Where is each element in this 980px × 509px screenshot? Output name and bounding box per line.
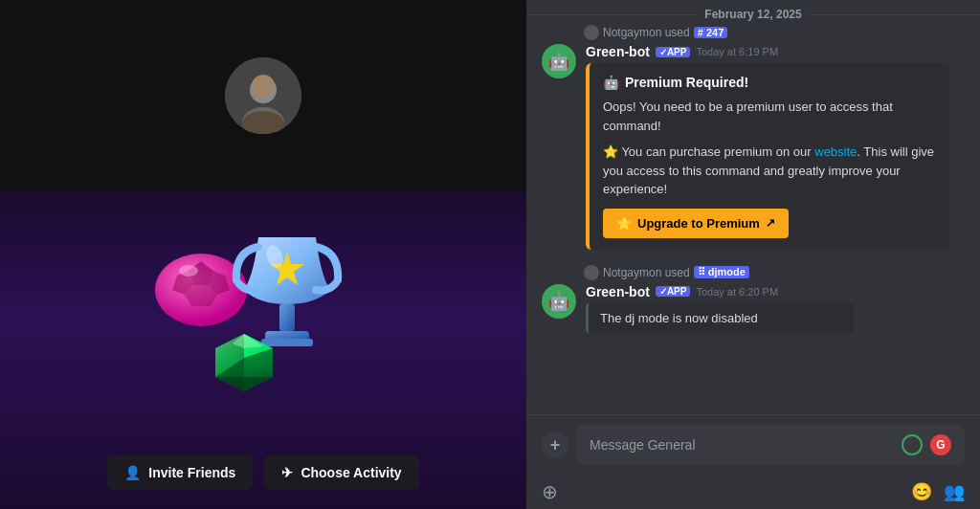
invite-friends-icon: 👤 — [124, 465, 141, 480]
left-panel: 👤 Invite Friends ✈ Choose Activity — [0, 0, 526, 509]
user-avatar-small-2 — [584, 265, 599, 280]
activity-area: 👤 Invite Friends ✈ Choose Activity — [0, 191, 526, 509]
embed-title-1: 🤖 Premium Required! — [603, 75, 936, 90]
message-input-placeholder: Message General — [590, 437, 696, 453]
choose-activity-button[interactable]: ✈ Choose Activity — [264, 455, 418, 490]
embed-text-1a: Oops! You need to be a premium user to a… — [603, 98, 936, 135]
add-attachment-button[interactable]: + — [542, 432, 568, 458]
used-command-row-2: Notgaymon used ⠿ djmode — [542, 265, 965, 280]
message-content-1: Green-bot ✓APP Today at 6:19 PM 🤖 Premiu… — [586, 44, 965, 250]
bottom-right-icons: 😊 👥 — [911, 481, 965, 502]
bot-name-1: Green-bot — [586, 44, 650, 59]
upgrade-label: Upgrade to Premium — [637, 216, 760, 231]
chat-area[interactable]: Notgaymon used # 247 🤖 Green-bot ✓APP To… — [526, 25, 980, 414]
activity-buttons: 👤 Invite Friends ✈ Choose Activity — [0, 436, 526, 509]
upgrade-icon: ⭐ — [616, 216, 632, 231]
used-by-text-1: Notgaymon used — [603, 26, 690, 39]
message-content-2: Green-bot ✓APP Today at 6:20 PM The dj m… — [586, 284, 965, 333]
activity-illustration — [0, 191, 526, 436]
bottom-bar: ⊕ 😊 👥 — [526, 475, 980, 509]
command-badge-1: # 247 — [694, 27, 728, 38]
app-badge-2: ✓APP — [656, 286, 691, 297]
video-area — [0, 0, 526, 191]
avatar — [225, 57, 301, 134]
message-header-1: Green-bot ✓APP Today at 6:19 PM — [586, 44, 965, 59]
message-header-2: Green-bot ✓APP Today at 6:20 PM — [586, 284, 965, 299]
app-badge-1: ✓APP — [656, 47, 691, 57]
svg-point-3 — [252, 75, 275, 98]
date-divider-text: February 12, 2025 — [704, 8, 801, 21]
bot-avatar-2: 🤖 — [542, 284, 576, 319]
bot-name-2: Green-bot — [586, 284, 650, 299]
message-row-1: 🤖 Green-bot ✓APP Today at 6:19 PM 🤖 Prem… — [542, 44, 965, 250]
svg-marker-23 — [215, 377, 273, 391]
plain-message-2: The dj mode is now disabled — [586, 303, 854, 333]
embed-card-1: 🤖 Premium Required! Oops! You need to be… — [586, 63, 949, 250]
used-command-row-1: Notgaymon used # 247 — [542, 25, 965, 40]
embed-text-1b: ⭐ You can purchase premium on our websit… — [603, 143, 936, 199]
svg-point-10 — [179, 265, 198, 277]
external-link-icon: ↗ — [766, 216, 775, 230]
plain-message-text-2: The dj mode is now disabled — [600, 311, 758, 325]
grammarly-icon: G — [930, 434, 951, 455]
message-input-box[interactable]: Message General G — [576, 425, 965, 465]
message-row-2: 🤖 Green-bot ✓APP Today at 6:20 PM The dj… — [542, 284, 965, 333]
embed-title-icon-1: 🤖 — [603, 75, 619, 90]
green-circle-icon — [902, 434, 923, 455]
illustration-container — [110, 209, 416, 419]
choose-activity-label: Choose Activity — [301, 465, 401, 480]
user-avatar-small-1 — [584, 25, 599, 40]
choose-activity-icon: ✈ — [281, 465, 293, 480]
invite-friends-button[interactable]: 👤 Invite Friends — [107, 455, 253, 490]
people-button[interactable]: 👥 — [944, 481, 965, 502]
used-command-2: Notgaymon used ⠿ djmode — [584, 265, 965, 280]
timestamp-2: Today at 6:20 PM — [696, 286, 778, 298]
right-panel: February 12, 2025 Notgaymon used # 247 🤖… — [526, 0, 980, 509]
input-icons-right: G — [902, 434, 951, 455]
message-input-area: + Message General G — [526, 414, 980, 475]
svg-rect-12 — [279, 304, 295, 331]
timestamp-1: Today at 6:19 PM — [696, 46, 778, 57]
date-divider: February 12, 2025 — [526, 0, 980, 25]
upgrade-to-premium-button[interactable]: ⭐ Upgrade to Premium ↗ — [603, 209, 789, 238]
used-by-text-2: Notgaymon used — [603, 266, 690, 279]
emoji-button[interactable]: 😊 — [911, 481, 932, 502]
embed-title-text-1: Premium Required! — [625, 75, 748, 90]
bottom-plus-button[interactable]: ⊕ — [542, 480, 558, 503]
used-command-1: Notgaymon used # 247 — [584, 25, 965, 40]
command-badge-2: ⠿ djmode — [694, 266, 749, 278]
bot-avatar-1: 🤖 — [542, 44, 576, 78]
gem-icon — [206, 329, 282, 400]
website-link[interactable]: website — [814, 144, 857, 159]
invite-friends-label: Invite Friends — [148, 465, 235, 480]
